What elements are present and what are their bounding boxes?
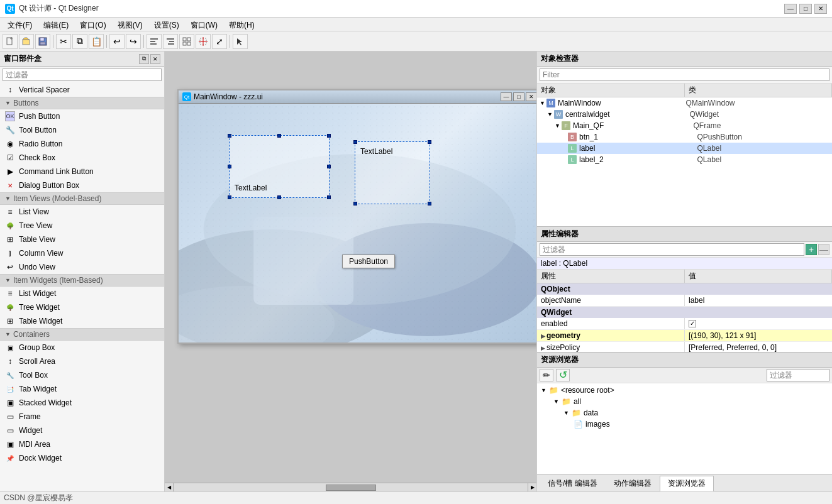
design-window-close-button[interactable]: ✕ (526, 92, 536, 101)
list-item[interactable]: ▣ Stacked Widget (0, 396, 164, 410)
hscroll-right-button[interactable]: ▶ (528, 483, 536, 492)
resource-edit-button[interactable]: ✏ (540, 369, 553, 381)
list-item[interactable]: ⊞ Table View (0, 233, 164, 246)
handle-br[interactable] (428, 202, 431, 205)
widget-box-close-button[interactable]: ✕ (150, 54, 160, 64)
menu-help[interactable]: 帮助(H) (224, 19, 260, 30)
list-item[interactable]: 📄 images (538, 419, 831, 430)
menu-view[interactable]: 视图(V) (113, 19, 148, 30)
widget-box-float-button[interactable]: ⧉ (139, 54, 149, 64)
prop-value[interactable]: [(190, 30), 121 x 91] (685, 330, 832, 341)
section-itemwidgets[interactable]: ▼ Item Widgets (Item-Based) (0, 274, 164, 287)
prop-value[interactable]: label (685, 295, 832, 306)
list-item[interactable]: ↕ Scroll Area (0, 354, 164, 368)
tab-resource-browser[interactable]: 资源浏览器 (660, 476, 714, 491)
menu-window[interactable]: 窗口(O) (75, 19, 111, 30)
expand-icon[interactable]: ▼ (547, 111, 553, 118)
maximize-button[interactable]: □ (799, 4, 812, 14)
menu-file[interactable]: 文件(F) (3, 19, 37, 30)
list-item[interactable]: 🌳 Tree Widget (0, 300, 164, 314)
list-item[interactable]: ▣ MDI Area (0, 437, 164, 451)
align-right-button[interactable] (163, 34, 178, 49)
handle-bm[interactable] (277, 195, 281, 199)
list-item[interactable]: 🔧 Tool Box (0, 368, 164, 382)
section-containers[interactable]: ▼ Containers (0, 328, 164, 341)
open-button[interactable] (19, 34, 34, 49)
new-button[interactable] (3, 34, 18, 49)
list-item[interactable]: OK Push Button (0, 109, 164, 123)
list-item[interactable]: ☑ Check Box (0, 151, 164, 165)
expand-icon[interactable]: ▼ (540, 100, 545, 106)
list-item[interactable]: ⊞ Table Widget (0, 314, 164, 328)
table-row[interactable]: ▶geometry [(190, 30), 121 x 91] (537, 330, 832, 342)
prop-expand-icon[interactable]: ▶ (541, 345, 545, 351)
enabled-checkbox[interactable]: ✓ (689, 320, 696, 327)
handle-bl[interactable] (228, 195, 231, 199)
design-window-max-button[interactable]: □ (513, 92, 524, 101)
table-row[interactable]: objectName label (537, 295, 832, 307)
handle-bl[interactable] (353, 202, 357, 205)
pushbutton-widget[interactable]: PushButton (342, 255, 395, 268)
hscroll-left-button[interactable]: ◀ (165, 483, 174, 492)
table-row[interactable]: enabled ✓ (537, 318, 832, 330)
list-item[interactable]: ✕ Dialog Button Box (0, 178, 164, 192)
menu-window2[interactable]: 窗口(W) (186, 19, 223, 30)
res-arrow-icon[interactable]: ▼ (553, 398, 559, 405)
table-row[interactable]: ▶ L label QLabel (537, 143, 832, 154)
menu-settings[interactable]: 设置(S) (149, 19, 184, 30)
section-itemviews[interactable]: ▼ Item Views (Model-Based) (0, 192, 164, 205)
table-row[interactable]: ▶ B btn_1 QPushButton (537, 131, 832, 143)
pointer-button[interactable] (233, 34, 248, 49)
tab-action-editor[interactable]: 动作编辑器 (606, 476, 660, 491)
prop-value[interactable]: [Preferred, Preferred, 0, 0] (685, 342, 832, 352)
list-item[interactable]: 🌳 Tree View (0, 219, 164, 233)
layout-button[interactable] (179, 34, 194, 49)
break-layout-button[interactable] (196, 34, 211, 49)
redo-button[interactable]: ↪ (126, 34, 141, 49)
table-row[interactable]: ▼ M MainWindow QMainWindow (537, 97, 832, 109)
resource-filter[interactable] (767, 369, 829, 381)
list-item[interactable]: ◉ Radio Button (0, 137, 164, 151)
hscroll-thumb[interactable] (326, 485, 376, 491)
list-item[interactable]: ≡ List View (0, 205, 164, 219)
list-item[interactable]: ▼ 📁 <resource root> (538, 385, 831, 396)
handle-tr[interactable] (428, 140, 431, 144)
res-arrow-icon[interactable]: ▼ (563, 410, 569, 416)
minimize-button[interactable]: — (784, 4, 797, 14)
table-row[interactable]: ▶ L label_2 QLabel (537, 154, 832, 165)
handle-br[interactable] (327, 195, 331, 199)
cut-button[interactable]: ✂ (56, 34, 71, 49)
list-item[interactable]: ↕ Vertical Spacer (0, 83, 164, 97)
list-item[interactable]: ≡ List Widget (0, 287, 164, 300)
prop-expand-icon[interactable]: ▶ (541, 333, 545, 339)
handle-ml[interactable] (228, 165, 231, 168)
list-item[interactable]: 📑 Tab Widget (0, 382, 164, 396)
list-item[interactable]: ↩ Undo View (0, 260, 164, 274)
design-window[interactable]: Qt MainWindow - zzz.ui — □ ✕ (177, 89, 536, 344)
expand-icon[interactable]: ▼ (555, 123, 560, 129)
list-item[interactable]: ▭ Widget (0, 424, 164, 437)
list-item[interactable]: ▶ Command Link Button (0, 165, 164, 178)
canvas-hscrollbar[interactable]: ◀ ▶ (165, 483, 536, 491)
canvas-area[interactable]: Qt MainWindow - zzz.ui — □ ✕ (165, 52, 536, 491)
handle-tl[interactable] (228, 134, 231, 138)
list-item[interactable]: ▣ Group Box (0, 341, 164, 354)
list-item[interactable]: 📌 Dock Widget (0, 451, 164, 465)
handle-tl[interactable] (353, 140, 357, 144)
table-row[interactable]: ▼ F Main_QF QFrame (537, 120, 832, 131)
close-button[interactable]: ✕ (814, 4, 827, 14)
list-item[interactable]: ▼ 📁 all (538, 396, 831, 407)
copy-button[interactable]: ⧉ (72, 34, 87, 49)
res-arrow-icon[interactable]: ▼ (541, 387, 546, 393)
align-left-button[interactable] (147, 34, 162, 49)
table-row[interactable]: ▶sizePolicy [Preferred, Preferred, 0, 0] (537, 342, 832, 352)
design-canvas[interactable]: TextLabel TextLabel PushButton (179, 104, 536, 342)
handle-mr[interactable] (327, 165, 331, 168)
list-item[interactable]: ▭ Frame (0, 410, 164, 424)
list-item[interactable]: 🔧 Tool Button (0, 123, 164, 137)
save-button[interactable] (35, 34, 50, 49)
label1-container[interactable]: TextLabel (229, 135, 330, 198)
handle-tm[interactable] (277, 134, 281, 138)
section-buttons[interactable]: ▼ Buttons (0, 97, 164, 109)
table-row[interactable]: ▼ W centralwidget QWidget (537, 109, 832, 120)
